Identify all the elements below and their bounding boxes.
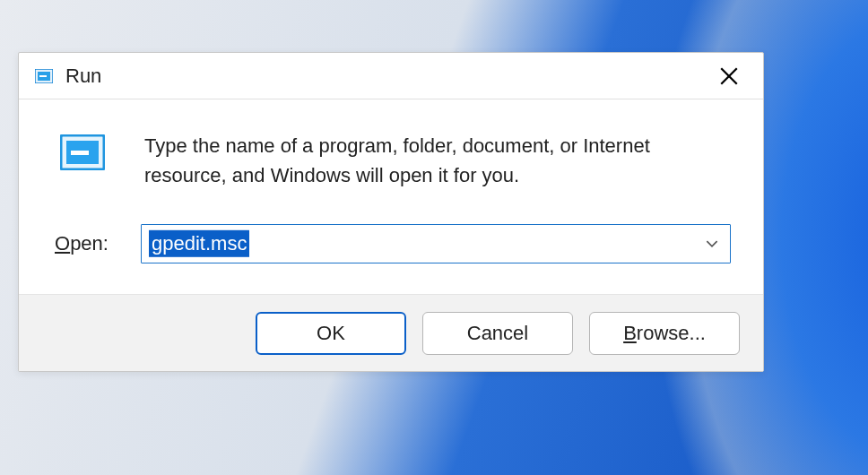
- open-input[interactable]: [142, 225, 694, 263]
- info-row: Type the name of a program, folder, docu…: [55, 131, 731, 190]
- open-row: Open: gpedit.msc: [55, 224, 731, 263]
- svg-rect-7: [71, 151, 89, 155]
- run-icon: [35, 69, 53, 83]
- button-bar: OK Cancel Browse...: [19, 294, 763, 371]
- dialog-title: Run: [65, 65, 711, 88]
- run-large-icon: [60, 134, 105, 174]
- browse-button[interactable]: Browse...: [589, 312, 740, 355]
- open-combobox[interactable]: gpedit.msc: [141, 224, 731, 263]
- close-button[interactable]: [711, 58, 747, 94]
- run-dialog: Run Type the name of a program, folder, …: [18, 52, 764, 372]
- close-icon: [720, 67, 738, 85]
- open-label: Open:: [55, 232, 141, 255]
- ok-button[interactable]: OK: [256, 312, 406, 355]
- titlebar: Run: [19, 53, 763, 99]
- chevron-down-icon[interactable]: [694, 225, 730, 263]
- dialog-body: Type the name of a program, folder, docu…: [19, 99, 763, 294]
- svg-rect-2: [39, 75, 47, 77]
- cancel-button[interactable]: Cancel: [422, 312, 573, 355]
- dialog-description: Type the name of a program, folder, docu…: [144, 131, 731, 190]
